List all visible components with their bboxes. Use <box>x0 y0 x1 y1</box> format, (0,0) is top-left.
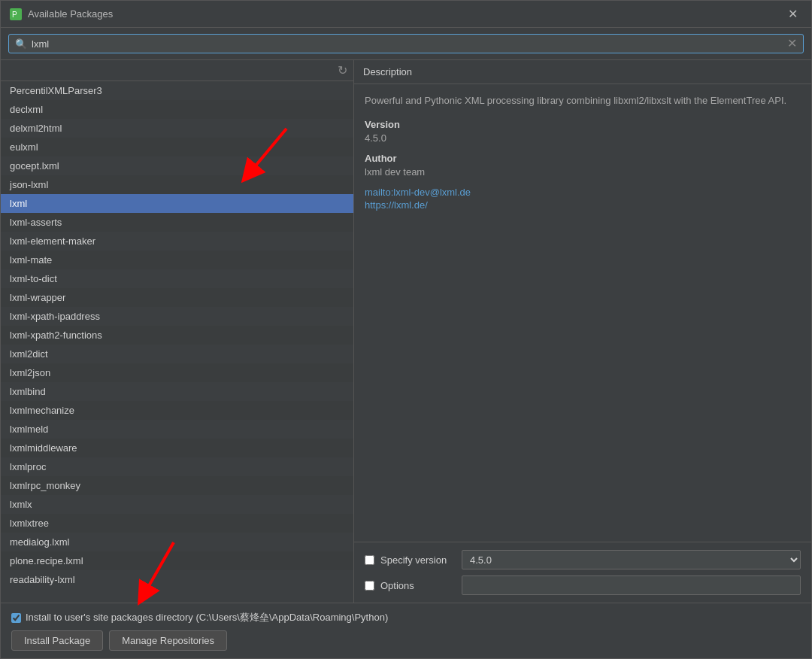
search-input-wrapper: 🔍 ✕ <box>8 34 804 53</box>
list-item[interactable]: lxml2json <box>1 363 353 382</box>
buttons-row: Install Package Manage Repositories <box>11 630 801 651</box>
mailto-link[interactable]: mailto:lxml-dev@lxml.de <box>365 187 801 198</box>
title-bar-left: P Available Packages <box>10 8 113 20</box>
list-item[interactable]: lxmlx <box>1 495 353 514</box>
list-item[interactable]: readability-lxml <box>1 570 353 589</box>
list-item[interactable]: eulxml <box>1 138 353 156</box>
list-item[interactable]: json-lxml <box>1 175 353 194</box>
list-toolbar: ↻ <box>1 60 353 81</box>
manage-repositories-button[interactable]: Manage Repositories <box>109 630 227 651</box>
search-clear-icon[interactable]: ✕ <box>787 38 797 50</box>
list-item[interactable]: lxmlmechanize <box>1 401 353 420</box>
options-row: Options <box>365 575 801 595</box>
list-item[interactable]: lxmlxtree <box>1 514 353 533</box>
list-item[interactable]: lxml-xpath2-functions <box>1 326 353 345</box>
main-content: ↻ PercentilXMLParser3declxmldelxml2htmle… <box>1 60 811 603</box>
list-item[interactable]: plone.recipe.lxml <box>1 551 353 570</box>
bottom-options: Specify version 4.5.0 4.4.2 4.3.0 4.2.0 … <box>354 542 811 603</box>
app-icon: P <box>10 8 22 20</box>
list-item[interactable]: lxmlmeld <box>1 420 353 439</box>
author-value: lxml dev team <box>365 166 801 178</box>
package-list: PercentilXMLParser3declxmldelxml2htmleul… <box>1 81 353 603</box>
list-item[interactable]: lxmlproc <box>1 457 353 476</box>
list-item[interactable]: lxml-xpath-ipaddress <box>1 307 353 326</box>
description-header: Description <box>354 60 811 84</box>
svg-text:P: P <box>12 11 17 19</box>
list-item[interactable]: lxml-wrapper <box>1 288 353 307</box>
author-label: Author <box>365 153 801 164</box>
list-item[interactable]: lxml-mate <box>1 251 353 269</box>
specify-version-label: Specify version <box>380 554 456 566</box>
specify-version-checkbox[interactable] <box>365 555 374 565</box>
version-value: 4.5.0 <box>365 132 801 144</box>
specify-version-row: Specify version 4.5.0 4.4.2 4.3.0 4.2.0 <box>365 550 801 569</box>
install-user-checkbox[interactable] <box>11 613 21 623</box>
website-link[interactable]: https://lxml.de/ <box>365 199 801 211</box>
list-item[interactable]: PercentilXMLParser3 <box>1 81 353 100</box>
list-item[interactable]: lxmlbind <box>1 382 353 401</box>
left-panel: ↻ PercentilXMLParser3declxmldelxml2htmle… <box>1 60 354 603</box>
install-path-label: Install to user's site packages director… <box>26 611 388 624</box>
list-item[interactable]: lxml2dict <box>1 345 353 363</box>
search-input[interactable] <box>32 38 783 50</box>
list-item[interactable]: lxml-element-maker <box>1 232 353 251</box>
search-icon: 🔍 <box>15 38 27 50</box>
refresh-button[interactable]: ↻ <box>338 63 347 77</box>
dialog-title: Available Packages <box>28 8 113 20</box>
list-item[interactable]: declxml <box>1 100 353 119</box>
list-item[interactable]: gocept.lxml <box>1 156 353 175</box>
list-item[interactable]: delxml2html <box>1 119 353 138</box>
list-item[interactable]: medialog.lxml <box>1 533 353 551</box>
version-label: Version <box>365 119 801 130</box>
version-select[interactable]: 4.5.0 4.4.2 4.3.0 4.2.0 <box>462 550 801 569</box>
list-item[interactable]: lxmlrpc_monkey <box>1 476 353 495</box>
options-checkbox[interactable] <box>365 581 374 591</box>
title-bar: P Available Packages ✕ <box>1 1 811 28</box>
install-package-button[interactable]: Install Package <box>11 630 103 651</box>
available-packages-dialog: P Available Packages ✕ 🔍 ✕ ↻ PercentilXM… <box>0 0 812 659</box>
list-item[interactable]: lxml <box>1 194 353 213</box>
search-bar: 🔍 ✕ <box>1 28 811 60</box>
list-item[interactable]: lxml-asserts <box>1 213 353 232</box>
list-item[interactable]: lxmlmiddleware <box>1 439 353 457</box>
install-path-row: Install to user's site packages director… <box>11 611 801 624</box>
list-item[interactable]: lxml-to-dict <box>1 269 353 288</box>
close-button[interactable]: ✕ <box>783 5 802 23</box>
description-text: Powerful and Pythonic XML processing lib… <box>365 93 801 108</box>
options-label: Options <box>380 580 456 591</box>
footer: Install to user's site packages director… <box>1 603 811 658</box>
options-input[interactable] <box>462 575 801 595</box>
right-panel: Description Powerful and Pythonic XML pr… <box>354 60 811 603</box>
description-body: Powerful and Pythonic XML processing lib… <box>354 84 811 542</box>
